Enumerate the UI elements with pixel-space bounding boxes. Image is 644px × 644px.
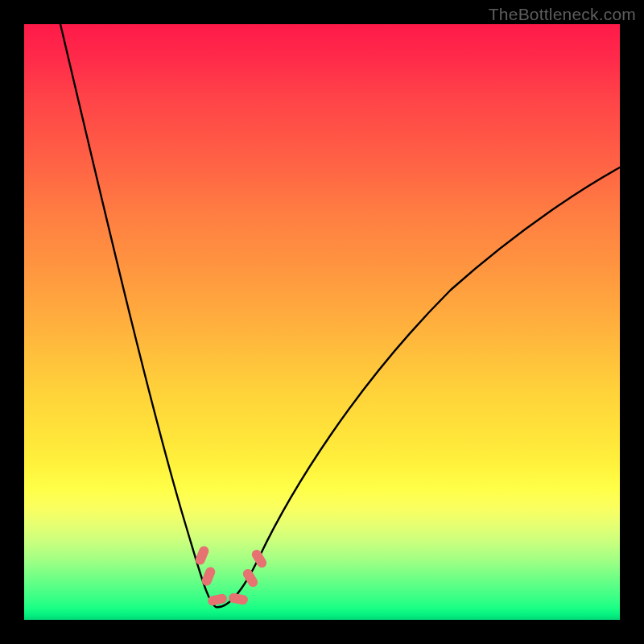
chart-frame: TheBottleneck.com <box>0 0 644 644</box>
marker-group <box>194 545 269 607</box>
watermark-text: TheBottleneck.com <box>489 5 636 24</box>
chart-svg <box>24 24 620 620</box>
bottleneck-curve <box>60 24 620 607</box>
curve-marker <box>228 592 249 605</box>
curve-marker <box>250 548 269 570</box>
plot-area <box>24 24 620 620</box>
